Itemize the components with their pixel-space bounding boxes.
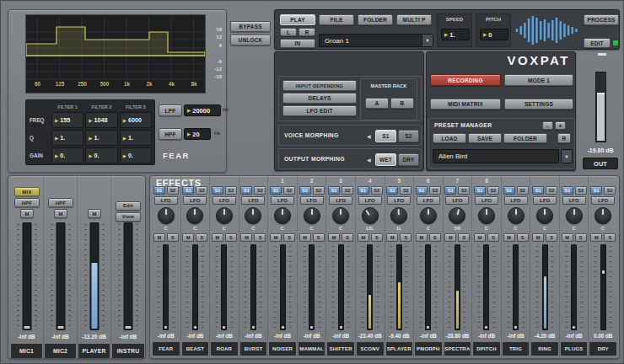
preset-r-button[interactable]: R [557,133,571,143]
pan-knob[interactable] [508,207,524,224]
channel-fader[interactable] [118,222,138,330]
solo-button[interactable]: S [517,233,529,242]
mute-button[interactable]: M [212,233,223,242]
s2-button[interactable]: S2 [371,186,383,195]
voice-s2-button[interactable]: S2 [398,130,419,142]
channel-button-view[interactable]: View [116,212,141,222]
filter-value-field[interactable]: ▶155 [51,112,83,128]
edit-button[interactable]: EDIT [584,38,611,48]
s1-button[interactable]: S1 [562,186,573,195]
file-button[interactable]: FILE [319,14,354,25]
folder-button[interactable]: FOLDER [358,14,393,25]
channel-button-hpf[interactable]: HPF [14,198,40,207]
pan-knob[interactable] [274,207,291,224]
channel-fader[interactable] [215,244,233,330]
pan-knob[interactable] [362,207,379,224]
pan-knob[interactable] [536,207,553,224]
mode-button[interactable]: MODE 1 [504,74,573,86]
channel-fader[interactable] [186,244,204,330]
s2-button[interactable]: S2 [487,186,499,195]
channel-button-m[interactable]: M [20,209,34,218]
mute-button[interactable]: M [590,233,602,242]
preset-folder-button[interactable]: FOLDER [503,133,547,143]
s2-button[interactable]: S2 [167,186,179,195]
channel-fader[interactable] [274,244,292,330]
solo-button[interactable]: S [371,233,383,242]
unlock-button[interactable]: UNLOCK [230,35,271,46]
pan-knob[interactable] [420,207,437,224]
mute-button[interactable]: M [416,233,428,242]
left-channel-button[interactable]: L [280,28,297,36]
mute-button[interactable]: M [444,233,456,242]
mute-button[interactable]: M [182,233,194,242]
mute-button[interactable]: M [240,233,252,242]
channel-fader[interactable] [303,244,320,330]
pan-knob[interactable] [566,207,583,224]
hpf-value-field[interactable]: ▶20 [184,128,211,140]
lfo-button[interactable]: LFO [475,196,498,205]
solo-button[interactable]: S [604,233,616,242]
channel-fader[interactable] [507,244,524,330]
solo-button[interactable]: S [458,233,470,242]
pan-knob[interactable] [304,207,320,224]
pan-knob[interactable] [594,207,611,224]
settings-button[interactable]: SETTINGS [504,99,573,110]
pan-knob[interactable] [478,207,495,224]
s1-button[interactable]: S1 [153,186,165,195]
s2-button[interactable]: S2 [429,186,441,195]
solo-button[interactable]: S [400,233,412,242]
channel-fader[interactable] [157,244,175,330]
s1-button[interactable]: S1 [416,186,428,195]
load-button[interactable]: LOAD [433,133,466,143]
s1-button[interactable]: S1 [182,186,194,195]
solo-button[interactable]: S [196,233,207,242]
filter-value-field[interactable]: ▶1. [120,130,152,146]
s2-button[interactable]: S2 [546,186,557,195]
filter-value-field[interactable]: ▶1. [85,130,117,146]
midi-matrix-button[interactable]: MIDI MATRIX [430,99,501,110]
rack-a-button[interactable]: A [365,98,389,109]
pan-knob[interactable] [186,207,203,224]
channel-button-m[interactable]: M [54,209,67,218]
mute-button[interactable]: M [153,233,165,242]
solo-button[interactable]: S [225,233,237,242]
s2-button[interactable]: S2 [575,186,587,195]
preset-next-button[interactable]: + [555,121,566,130]
lfo-button[interactable]: LFO [241,196,265,205]
s1-button[interactable]: S1 [212,186,223,195]
solo-button[interactable]: S [283,233,295,242]
lfo-button[interactable]: LFO [329,196,352,205]
delays-button[interactable]: DELAYS [282,93,357,104]
filter-value-field[interactable]: ▶6000 [120,112,152,128]
solo-button[interactable]: S [487,233,499,242]
lfo-button[interactable]: LFO [358,196,382,205]
lfo-button[interactable]: LFO [533,196,557,205]
channel-fader[interactable] [594,244,612,330]
pan-knob[interactable] [216,207,233,224]
input-depending-button[interactable]: INPUT DEPENDING [282,80,357,91]
voice-s1-button[interactable]: S1 [375,130,396,142]
solo-button[interactable]: S [429,233,441,242]
solo-button[interactable]: S [546,233,557,242]
mute-button[interactable]: M [270,233,282,242]
s2-button[interactable]: S2 [604,186,616,195]
lfo-button[interactable]: LFO [154,196,178,205]
mute-button[interactable]: M [503,233,515,242]
s1-button[interactable]: S1 [444,186,456,195]
filter-value-field[interactable]: ▶0. [85,147,117,163]
filter-value-field[interactable]: ▶0. [120,147,152,163]
pan-knob[interactable] [332,207,349,224]
s2-button[interactable]: S2 [283,186,295,195]
process-button[interactable]: PROCESS [584,14,619,25]
channel-fader[interactable] [449,244,466,330]
lpf-button[interactable]: LPF [159,104,182,116]
bypass-button[interactable]: BYPASS [230,21,271,32]
s1-button[interactable]: S1 [532,186,544,195]
lfo-button[interactable]: LFO [417,196,440,205]
lpf-value-field[interactable]: ▶20000 [184,104,221,116]
speed-value-field[interactable]: ▶1. [441,29,470,40]
s1-button[interactable]: S1 [386,186,398,195]
lfo-button[interactable]: LFO [300,196,324,205]
s2-button[interactable]: S2 [342,186,353,195]
filter-value-field[interactable]: ▶1. [51,130,83,146]
